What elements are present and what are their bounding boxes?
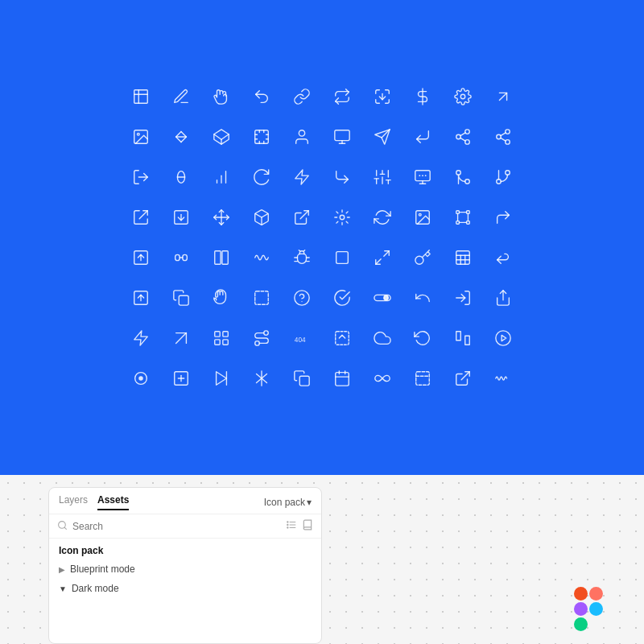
icon-network (444, 118, 482, 156)
svg-rect-95 (255, 291, 269, 305)
book-view-button[interactable] (302, 519, 313, 533)
blueprint-mode-label: Blueprint mode (70, 564, 135, 575)
icon-components (202, 118, 241, 156)
svg-point-19 (465, 130, 470, 134)
tabs-left: Layers Assets (59, 494, 129, 510)
icon-wave (242, 238, 281, 277)
icon-arrow-share (484, 279, 522, 317)
svg-rect-124 (299, 376, 309, 386)
icon-check-circle (323, 279, 361, 317)
svg-rect-76 (183, 254, 188, 260)
svg-line-133 (64, 527, 66, 529)
icon-route (242, 319, 281, 357)
icon-wave2 (484, 359, 522, 398)
tab-assets[interactable]: Assets (97, 494, 129, 510)
svg-point-21 (465, 140, 470, 145)
tab-icon-pack[interactable]: Icon pack ▾ (264, 497, 312, 508)
icon-question (283, 279, 321, 317)
svg-rect-79 (222, 251, 228, 265)
svg-rect-14 (335, 130, 349, 141)
svg-point-5 (460, 94, 465, 99)
search-icon (57, 520, 68, 533)
tab-layers[interactable]: Layers (59, 494, 88, 510)
icon-toggle (363, 279, 402, 317)
tabs-row: Layers Assets Icon pack ▾ (49, 488, 321, 514)
icon-frame-in (162, 198, 200, 237)
icon-currency (403, 77, 442, 116)
svg-point-25 (497, 134, 502, 139)
icon-user (283, 118, 321, 156)
icon-arrow-up-square (122, 279, 160, 317)
search-input[interactable] (72, 521, 281, 532)
svg-point-26 (506, 140, 510, 145)
svg-rect-94 (179, 295, 188, 305)
icon-pack-section-label: Icon pack (49, 539, 321, 559)
svg-rect-142 (574, 602, 588, 616)
icon-404: 404 (283, 319, 321, 357)
icon-cube (242, 198, 281, 237)
icon-arrows-h (162, 118, 200, 156)
icon-login (444, 279, 482, 317)
dark-mode-label: Dark mode (72, 583, 119, 594)
svg-point-109 (264, 331, 269, 336)
svg-line-61 (300, 211, 308, 219)
icon-square (323, 238, 361, 277)
svg-marker-119 (217, 372, 227, 386)
svg-point-115 (138, 376, 143, 381)
icon-key (403, 238, 442, 277)
svg-rect-125 (336, 373, 349, 386)
svg-point-24 (506, 130, 510, 134)
icon-pack-label: Icon pack (264, 497, 305, 508)
svg-point-51 (465, 180, 470, 184)
icon-arrow-diagonal (162, 319, 200, 357)
svg-point-62 (340, 215, 345, 220)
svg-marker-35 (295, 170, 309, 184)
icon-arrow-up-right (484, 77, 522, 116)
svg-rect-87 (456, 251, 470, 265)
svg-rect-12 (255, 130, 269, 144)
list-view-button[interactable] (286, 519, 297, 533)
chevron-down-icon: ▾ (307, 497, 312, 508)
icon-zero (162, 158, 200, 196)
svg-rect-106 (215, 340, 220, 345)
icon-corner-in (484, 198, 522, 237)
svg-marker-102 (134, 331, 148, 345)
svg-line-23 (460, 133, 465, 136)
icon-git-branch (484, 158, 522, 196)
icon-cloud (363, 319, 402, 357)
svg-line-103 (176, 333, 187, 344)
icon-grid: 404 (122, 77, 522, 398)
svg-rect-84 (336, 252, 349, 264)
svg-rect-75 (175, 254, 180, 260)
svg-rect-140 (574, 587, 588, 601)
icon-record (122, 359, 160, 398)
icon-bug (283, 238, 321, 277)
svg-marker-113 (502, 335, 506, 341)
svg-point-96 (295, 291, 309, 305)
icon-add-frame (162, 359, 200, 398)
svg-point-20 (456, 134, 461, 139)
icon-frame-up (122, 238, 160, 277)
dark-mode-item[interactable]: ▼ Dark mode (49, 579, 321, 598)
icon-play-circle (484, 319, 522, 357)
svg-line-22 (460, 138, 465, 141)
svg-line-86 (376, 259, 381, 264)
icon-frame (122, 77, 160, 116)
icon-sliders (363, 158, 402, 196)
icon-columns (202, 238, 241, 277)
icon-hand3 (202, 279, 241, 317)
svg-line-28 (501, 133, 506, 136)
icon-selection (242, 279, 281, 317)
icon-arrow-loop (323, 77, 361, 116)
svg-point-55 (497, 180, 502, 184)
icon-edit (162, 77, 200, 116)
icon-frame-copy (162, 279, 200, 317)
icon-hand2 (323, 198, 361, 237)
canvas: 404 (0, 0, 644, 475)
blueprint-mode-item[interactable]: ▶ Blueprint mode (49, 559, 321, 579)
icon-image-check (403, 198, 442, 237)
icon-settings (444, 77, 482, 116)
icon-branch (444, 158, 482, 196)
icon-expand (363, 238, 402, 277)
svg-point-54 (506, 171, 510, 175)
